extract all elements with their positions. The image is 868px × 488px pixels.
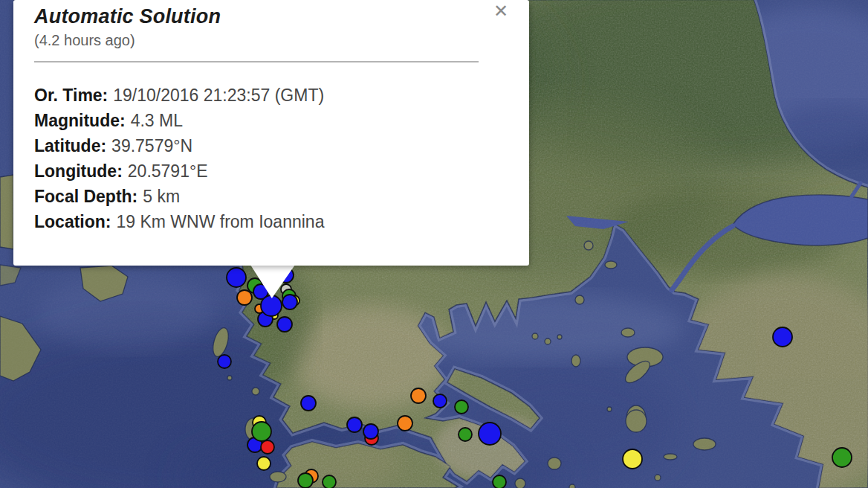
earthquake-map-app: ✕ Automatic Solution (4.2 hours ago) Or.… — [0, 0, 868, 488]
earthquake-marker-orange[interactable] — [398, 416, 412, 431]
close-icon[interactable]: ✕ — [490, 1, 511, 22]
popup-divider — [34, 61, 479, 62]
popup-title: Automatic Solution — [34, 4, 508, 28]
earthquake-marker-green[interactable] — [298, 473, 313, 488]
field-latitude: Latitude:39.7579°N — [34, 133, 508, 158]
earthquake-marker-red[interactable] — [261, 440, 274, 454]
earthquake-marker-blue[interactable] — [347, 417, 362, 432]
popup-fields: Or. Time:19/10/2016 21:23:57 (GMT) Magni… — [34, 83, 508, 234]
earthquake-marker-yellow[interactable] — [257, 457, 271, 470]
earthquake-marker-blue[interactable] — [282, 295, 297, 309]
earthquake-marker-blue[interactable] — [363, 424, 378, 439]
field-origin-time: Or. Time:19/10/2016 21:23:57 (GMT) — [34, 83, 508, 108]
field-location: Location:19 Km WNW from Ioannina — [34, 209, 508, 234]
field-magnitude: Magnitude:4.3 ML — [34, 108, 508, 133]
earthquake-marker-blue[interactable] — [218, 355, 231, 368]
earthquake-marker-blue[interactable] — [261, 295, 282, 316]
earthquake-marker-green[interactable] — [252, 422, 271, 441]
earthquake-marker-green[interactable] — [455, 400, 468, 414]
earthquake-marker-green[interactable] — [832, 448, 852, 467]
earthquake-marker-blue[interactable] — [433, 394, 447, 408]
earthquake-marker-blue[interactable] — [227, 268, 246, 287]
earthquake-marker-green[interactable] — [323, 475, 336, 488]
earthquake-marker-yellow[interactable] — [623, 449, 642, 469]
earthquake-marker-orange[interactable] — [411, 388, 426, 403]
earthquake-marker-blue[interactable] — [301, 396, 316, 411]
popup-age: (4.2 hours ago) — [34, 30, 508, 50]
earthquake-marker-blue[interactable] — [277, 317, 292, 332]
earthquake-marker-green[interactable] — [459, 428, 472, 441]
earthquake-marker-green[interactable] — [493, 475, 506, 488]
field-focal-depth: Focal Depth:5 km — [34, 184, 508, 209]
field-longitude: Longitude:20.5791°E — [34, 158, 508, 184]
earthquake-marker-orange[interactable] — [237, 290, 252, 305]
earthquake-marker-blue[interactable] — [773, 327, 792, 347]
earthquake-infowindow: ✕ Automatic Solution (4.2 hours ago) Or.… — [13, 0, 529, 266]
earthquake-marker-blue[interactable] — [479, 423, 501, 445]
